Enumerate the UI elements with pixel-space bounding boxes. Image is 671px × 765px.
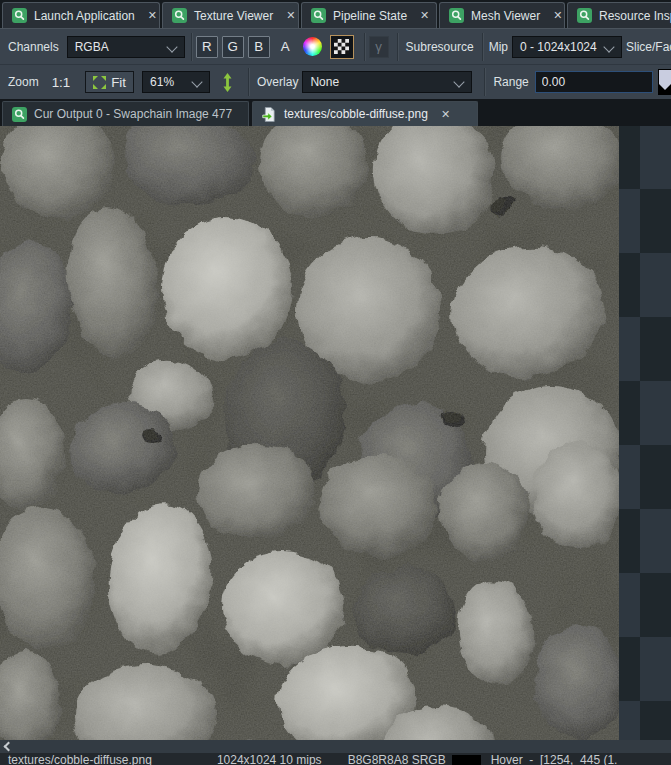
gamma-button[interactable]: γ xyxy=(369,36,389,58)
tab-resource-inspector[interactable]: Resource Inspector xyxy=(567,2,671,28)
tab-label: Mesh Viewer xyxy=(471,9,540,23)
range-input[interactable] xyxy=(535,71,653,93)
tab-label: Launch Application xyxy=(34,9,135,23)
slice-label: Slice/Face xyxy=(626,40,671,54)
tab-label: Cur Output 0 - Swapchain Image 477 xyxy=(34,107,232,121)
renderdoc-icon xyxy=(449,8,464,23)
channels-toolbar: Channels RGBA R G B A γ Subresource Mip … xyxy=(0,29,671,64)
texture-viewport[interactable] xyxy=(0,126,671,740)
flip-vertical-button[interactable] xyxy=(218,71,236,93)
close-icon[interactable]: ✕ xyxy=(420,9,429,22)
checker-background xyxy=(619,126,671,740)
alpha-channel-button[interactable]: A xyxy=(278,36,293,58)
tab-launch-application[interactable]: Launch Application ✕ xyxy=(2,2,160,28)
close-icon[interactable]: ✕ xyxy=(441,108,450,121)
mip-value: 0 - 1024x1024 xyxy=(520,40,597,54)
status-format: B8G8R8A8 SRGB xyxy=(348,753,446,765)
close-icon[interactable]: ✕ xyxy=(553,9,562,22)
horizontal-scrollbar[interactable] xyxy=(0,740,671,753)
status-bar: textures/cobble-diffuse.png 1024x1024 10… xyxy=(0,753,671,765)
overlay-label: Overlay xyxy=(257,75,298,89)
color-wheel-icon[interactable] xyxy=(303,37,322,56)
renderdoc-icon xyxy=(12,8,27,23)
close-icon[interactable]: ✕ xyxy=(148,9,157,22)
range-handle-icon[interactable] xyxy=(658,69,671,95)
channels-value: RGBA xyxy=(75,40,109,54)
status-texture-name: textures/cobble-diffuse.png xyxy=(8,753,152,765)
separator xyxy=(191,33,192,61)
tab-label: Pipeline State xyxy=(333,9,407,23)
main-tab-bar: Launch Application ✕ Texture Viewer ✕ Pi… xyxy=(0,0,671,29)
separator xyxy=(484,68,485,96)
texture-image-area[interactable] xyxy=(0,126,619,740)
channels-dropdown[interactable]: RGBA xyxy=(67,36,185,58)
picked-color-swatch xyxy=(452,755,481,765)
close-icon[interactable]: ✕ xyxy=(286,9,295,22)
status-hover-coords: Hover - [1254, 445 (1. xyxy=(491,753,618,765)
zoom-1to1-button[interactable]: 1:1 xyxy=(49,71,74,93)
texture-tab-bar: Cur Output 0 - Swapchain Image 477 textu… xyxy=(0,99,671,126)
subresource-label: Subresource xyxy=(406,40,474,54)
vertical-arrows-icon xyxy=(222,73,233,92)
blue-channel-button[interactable]: B xyxy=(248,36,270,58)
separator xyxy=(482,33,483,61)
renderdoc-icon xyxy=(577,8,592,23)
separator xyxy=(364,33,365,61)
tab-mesh-viewer[interactable]: Mesh Viewer ✕ xyxy=(439,2,565,28)
range-histogram[interactable] xyxy=(658,69,671,95)
fit-button[interactable]: Fit xyxy=(85,71,134,93)
tab-label: Resource Inspector xyxy=(599,9,671,23)
separator xyxy=(397,33,398,61)
mip-label: Mip xyxy=(489,40,508,54)
zoom-label: Zoom xyxy=(8,75,39,89)
tab-pipeline-state[interactable]: Pipeline State ✕ xyxy=(301,2,437,28)
scroll-left-icon[interactable] xyxy=(4,742,14,752)
tab-cur-output[interactable]: Cur Output 0 - Swapchain Image 477 xyxy=(2,101,249,126)
zoom-percent-value: 61% xyxy=(150,75,174,89)
channels-label: Channels xyxy=(8,40,59,54)
fit-expand-icon xyxy=(93,76,106,89)
range-label: Range xyxy=(493,75,528,89)
red-channel-button[interactable]: R xyxy=(196,36,218,58)
tab-label: textures/cobble-diffuse.png xyxy=(284,107,428,121)
green-channel-button[interactable]: G xyxy=(222,36,244,58)
zoom-toolbar: Zoom 1:1 Fit 61% Overlay None Range xyxy=(0,64,671,99)
renderdoc-icon xyxy=(172,8,187,23)
renderdoc-icon xyxy=(311,8,326,23)
checkerboard-background-button[interactable] xyxy=(330,35,354,59)
overlay-dropdown[interactable]: None xyxy=(302,71,472,93)
overlay-value: None xyxy=(310,75,339,89)
checkerboard-icon xyxy=(334,39,349,54)
renderdoc-icon xyxy=(12,107,27,122)
fit-label: Fit xyxy=(111,75,126,90)
zoom-percent-dropdown[interactable]: 61% xyxy=(142,71,210,93)
tab-label: Texture Viewer xyxy=(194,9,273,23)
tab-texture-viewer[interactable]: Texture Viewer ✕ xyxy=(162,2,299,28)
separator xyxy=(248,68,249,96)
file-import-icon xyxy=(262,107,277,122)
tab-cobble-diffuse[interactable]: textures/cobble-diffuse.png ✕ xyxy=(252,101,478,126)
cobble-texture-image[interactable] xyxy=(0,126,619,740)
status-dimensions: 1024x1024 10 mips xyxy=(217,753,322,765)
renderdoc-window: { "main_tabs": [ { "label": "Launch Appl… xyxy=(0,0,671,765)
mip-dropdown[interactable]: 0 - 1024x1024 xyxy=(512,36,622,58)
